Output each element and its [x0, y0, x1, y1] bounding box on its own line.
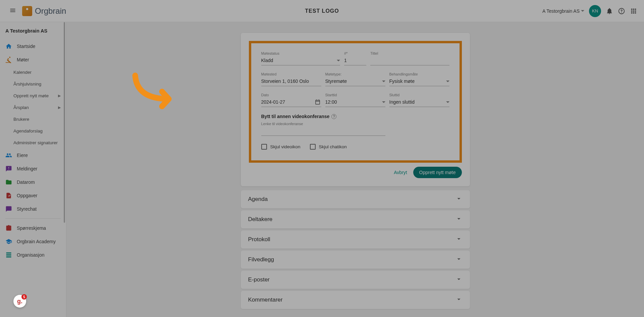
app-header: Orgbrain TEST LOGO A Testorgbrain AS KN — [0, 0, 644, 22]
calendar-icon[interactable] — [315, 99, 321, 105]
hamburger-icon — [9, 7, 16, 14]
chevron-down-icon — [455, 235, 463, 244]
field-behandling[interactable]: Behandlingsmåte Fysisk møte — [389, 72, 449, 86]
help-icon[interactable] — [618, 7, 625, 15]
sidebar-item-label: Spørreskjema — [17, 225, 46, 231]
logo-mark-icon — [22, 6, 32, 16]
videoconf-title: Bytt til annen videokonferanse ? — [261, 114, 449, 119]
logo: Orgbrain — [22, 6, 66, 16]
field-sluttid[interactable]: Sluttid Ingen sluttid — [389, 93, 449, 107]
motested-input[interactable] — [261, 77, 321, 86]
motetype-select[interactable]: Styremøte — [325, 77, 385, 86]
folder-icon — [5, 179, 12, 186]
clipboard-icon — [5, 225, 12, 231]
chevron-down-icon — [455, 296, 463, 304]
cancel-button[interactable]: Avbryt — [394, 170, 407, 175]
org-selector[interactable]: A Testorgbrain AS — [542, 8, 584, 14]
checkbox-skjul-chat[interactable]: Skjul chatikon — [310, 144, 347, 150]
sidebar-item-opprett[interactable]: Opprett nytt møte▶ — [0, 90, 66, 102]
sidebar-item-label: Styrechat — [17, 206, 37, 212]
sidebar-item-sporre[interactable]: Spørreskjema — [0, 221, 66, 235]
accordion-filvedlegg[interactable]: Filvedlegg — [241, 251, 470, 269]
motestatus-select[interactable]: Kladd — [261, 56, 340, 65]
gavel-icon — [5, 56, 12, 63]
sidebar-item-moter[interactable]: Møter — [0, 53, 66, 66]
chevron-down-icon — [446, 81, 449, 82]
org-selector-label: A Testorgbrain AS — [542, 8, 580, 14]
checkbox-skjul-video[interactable]: Skjul videoikon — [261, 144, 301, 150]
accordion-kommentarer[interactable]: Kommentarer — [241, 291, 470, 309]
sidebar-item-academy[interactable]: Orgbrain Academy — [0, 235, 66, 248]
avatar[interactable]: KN — [589, 5, 601, 17]
chevron-down-icon — [382, 81, 385, 82]
chevron-down-icon — [455, 215, 463, 224]
sidebar-item-agendaforslag[interactable]: Agendaforslag — [0, 125, 66, 137]
checkbox-icon — [261, 144, 267, 150]
chevron-down-icon — [455, 255, 463, 264]
nummer-input[interactable] — [344, 56, 366, 65]
field-nummer: #* — [344, 51, 366, 65]
behandling-select[interactable]: Fysisk møte — [389, 77, 449, 86]
school-icon — [5, 238, 12, 245]
accordion-eposter[interactable]: E-poster — [241, 271, 470, 289]
field-videoconf-link: Lenke til videokonferanse — [261, 122, 385, 136]
accordion-protokoll[interactable]: Protokoll — [241, 230, 470, 249]
submit-button[interactable]: Opprett nytt møte — [413, 167, 462, 178]
field-motetype[interactable]: Møtetype: Styremøte — [325, 72, 385, 86]
apps-icon[interactable] — [630, 7, 637, 15]
chevron-down-icon — [382, 101, 385, 103]
sidebar-item-arsplan[interactable]: Årsplan▶ — [0, 102, 66, 113]
starttid-select[interactable]: 12:00 — [325, 98, 385, 107]
sidebar-item-arshjul[interactable]: Årshjulvisning — [0, 78, 66, 90]
accordion-agenda[interactable]: Agenda — [241, 190, 470, 208]
sidebar-item-oppgaver[interactable]: Oppgaver — [0, 189, 66, 202]
sidebar-org-title: A Testorgbrain AS — [0, 28, 66, 40]
chevron-right-icon: ▶ — [58, 94, 61, 98]
chevron-down-icon — [455, 195, 463, 204]
chevron-down-icon — [337, 60, 340, 61]
chevron-down-icon — [581, 10, 584, 12]
menu-button[interactable] — [7, 4, 19, 18]
sidebar-item-kalender[interactable]: Kalender — [0, 66, 66, 78]
field-starttid[interactable]: Starttid 12:00 — [325, 93, 385, 107]
page-title: TEST LOGO — [305, 8, 339, 14]
dato-input[interactable] — [261, 98, 321, 107]
highlighted-form-area: Møtestatus Kladd #* Tittel — [249, 41, 462, 163]
floating-app-button[interactable]: g. 5 — [13, 295, 26, 308]
sidebar-item-label: Organisasjon — [17, 252, 45, 258]
field-dato[interactable]: Dato — [261, 93, 321, 107]
bell-icon[interactable] — [606, 7, 613, 15]
sidebar-item-brukere[interactable]: Brukere — [0, 113, 66, 125]
field-motestatus[interactable]: Møtestatus Kladd — [261, 51, 340, 65]
announcement-icon — [5, 165, 12, 172]
sidebar-item-label: Eiere — [17, 153, 28, 158]
sidebar: A Testorgbrain AS Startside Møter Kalend… — [0, 22, 66, 317]
chevron-right-icon: ▶ — [58, 105, 61, 110]
chevron-down-icon — [446, 101, 449, 103]
task-icon — [5, 192, 12, 199]
people-icon — [5, 152, 12, 159]
sidebar-item-organisasjon[interactable]: Organisasjon — [0, 248, 66, 262]
accordion-deltakere[interactable]: Deltakere — [241, 210, 470, 228]
sidebar-item-datarom[interactable]: Datarom — [0, 175, 66, 189]
home-icon — [5, 43, 12, 50]
sidebar-item-label: Oppgaver — [17, 193, 37, 198]
logo-text: Orgbrain — [35, 6, 66, 16]
chevron-down-icon — [455, 275, 463, 284]
videoconf-link-input[interactable] — [261, 127, 385, 136]
sidebar-item-label: Meldinger — [17, 166, 37, 171]
sidebar-item-signaturer[interactable]: Administrer signaturer — [0, 137, 66, 149]
help-icon[interactable]: ? — [331, 114, 336, 119]
main-content: Møtestatus Kladd #* Tittel — [66, 22, 644, 317]
sidebar-item-eiere[interactable]: Eiere — [0, 149, 66, 162]
sidebar-item-meldinger[interactable]: Meldinger — [0, 162, 66, 175]
tittel-input[interactable] — [370, 56, 449, 65]
sidebar-item-startside[interactable]: Startside — [0, 40, 66, 53]
checkbox-icon — [310, 144, 316, 150]
header-right: A Testorgbrain AS KN — [542, 5, 637, 17]
form-actions: Avbryt Opprett nytt møte — [249, 167, 462, 178]
sidebar-item-styrechat[interactable]: Styrechat — [0, 202, 66, 216]
scrollbar[interactable] — [64, 22, 65, 223]
notification-badge: 5 — [21, 294, 27, 300]
sluttid-select[interactable]: Ingen sluttid — [389, 98, 449, 107]
